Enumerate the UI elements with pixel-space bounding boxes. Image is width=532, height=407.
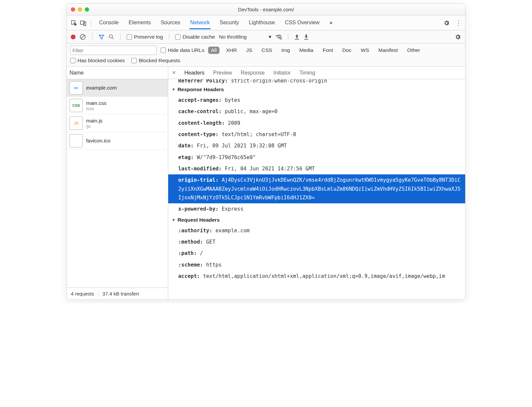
- has-blocked-cookies-label: Has blocked cookies: [77, 58, 125, 64]
- clear-icon[interactable]: [79, 34, 86, 40]
- divider: [91, 19, 91, 27]
- header-row[interactable]: content-type: text/html; charset=UTF-8: [168, 129, 465, 140]
- header-row[interactable]: x-powered-by: Express: [168, 203, 465, 215]
- header-key: :authority:: [178, 228, 215, 234]
- preserve-log-checkbox[interactable]: Preserve log: [127, 34, 163, 40]
- request-path: /js: [86, 124, 102, 129]
- subtab-response[interactable]: Response: [241, 70, 265, 76]
- detail-subtabs: × Headers Preview Response Initiator Tim…: [168, 67, 465, 79]
- header-row[interactable]: origin-trial: Aj4DysCv3VjknU3jJvkDEwnQZK…: [168, 174, 465, 203]
- tab-lighthouse[interactable]: Lighthouse: [248, 16, 276, 29]
- request-name: main.css: [86, 100, 106, 106]
- close-detail-icon[interactable]: ×: [172, 69, 176, 76]
- hide-data-urls-label: Hide data URLs: [168, 47, 204, 53]
- tab-network[interactable]: Network: [190, 16, 210, 29]
- header-row[interactable]: date: Fri, 09 Jul 2021 19:32:08 GMT: [168, 140, 465, 151]
- header-value: text/html; charset=UTF-8: [222, 131, 296, 137]
- download-har-icon[interactable]: [304, 34, 309, 40]
- header-row[interactable]: :path: /: [168, 248, 465, 259]
- section-title: Request Headers: [178, 217, 220, 223]
- tab-console[interactable]: Console: [98, 16, 119, 29]
- tab-elements[interactable]: Elements: [128, 16, 152, 29]
- header-value: Fri, 04 Jun 2021 14:27:56 GMT: [225, 166, 315, 172]
- request-list-pane: Name <> example.com CSS main.css/css JS …: [67, 67, 168, 300]
- device-toggle-icon[interactable]: [79, 20, 87, 26]
- column-header-name[interactable]: Name: [67, 67, 168, 79]
- tab-cssoverview[interactable]: CSS Overview: [284, 16, 320, 29]
- section-response-headers[interactable]: ▼ Response Headers: [168, 85, 465, 95]
- type-manifest[interactable]: Manifest: [376, 47, 401, 54]
- header-key: content-length:: [178, 120, 228, 126]
- filter-input[interactable]: [70, 46, 157, 55]
- search-icon[interactable]: [108, 34, 114, 40]
- inspect-icon[interactable]: [70, 20, 77, 26]
- type-media[interactable]: Media: [297, 47, 316, 54]
- hide-data-urls-checkbox[interactable]: Hide data URLs: [161, 47, 204, 53]
- header-value: GET: [206, 239, 215, 245]
- request-name: favicon.ico: [86, 138, 110, 144]
- section-title: Response Headers: [178, 87, 224, 93]
- header-key: accept:: [178, 273, 203, 279]
- panel-settings-icon[interactable]: [455, 34, 461, 40]
- type-img[interactable]: Img: [279, 47, 293, 54]
- record-button[interactable]: [71, 35, 75, 39]
- subtab-timing[interactable]: Timing: [299, 70, 315, 76]
- type-ws[interactable]: WS: [358, 47, 372, 54]
- type-all[interactable]: All: [208, 47, 219, 54]
- preserve-log-label: Preserve log: [134, 34, 163, 40]
- type-js[interactable]: JS: [243, 47, 255, 54]
- subtab-headers[interactable]: Headers: [185, 70, 204, 76]
- type-other[interactable]: Other: [405, 47, 423, 54]
- kebab-menu-icon[interactable]: ⋮: [455, 22, 462, 24]
- header-key: date:: [178, 143, 197, 149]
- status-bar: 4 requests 37.4 kB transferr: [67, 288, 168, 300]
- header-value: https: [206, 262, 222, 268]
- throttling-value: No throttling: [219, 34, 247, 40]
- request-count: 4 requests: [67, 291, 98, 297]
- throttling-select[interactable]: No throttling ▾: [219, 34, 271, 40]
- blocked-requests-checkbox[interactable]: Blocked Requests: [131, 58, 180, 64]
- upload-har-icon[interactable]: [294, 34, 300, 40]
- request-name: main.js: [86, 118, 102, 124]
- header-row[interactable]: cache-control: public, max-age=0: [168, 106, 465, 117]
- type-font[interactable]: Font: [320, 47, 335, 54]
- subtab-initiator[interactable]: Initiator: [273, 70, 291, 76]
- tab-sources[interactable]: Sources: [160, 16, 181, 29]
- header-row[interactable]: content-length: 2009: [168, 117, 465, 129]
- header-row[interactable]: etag: W/"7d9-179d76c65e0": [168, 152, 465, 163]
- tab-security[interactable]: Security: [219, 16, 240, 29]
- request-row-example[interactable]: <> example.com: [67, 79, 168, 97]
- main-tabs: Console Elements Sources Network Securit…: [98, 16, 441, 29]
- type-doc[interactable]: Doc: [339, 47, 354, 54]
- headers-body[interactable]: Referrer Policy: strict-origin-when-cros…: [168, 79, 465, 300]
- section-request-headers[interactable]: ▼ Request Headers: [168, 215, 465, 225]
- header-key: accept-ranges:: [178, 97, 225, 103]
- header-row[interactable]: last-modified: Fri, 04 Jun 2021 14:27:56…: [168, 163, 465, 174]
- disable-cache-checkbox[interactable]: Disable cache: [175, 34, 215, 40]
- header-row[interactable]: :scheme: https: [168, 259, 465, 271]
- subtab-preview[interactable]: Preview: [213, 70, 232, 76]
- header-row[interactable]: accept: text/html,application/xhtml+xml,…: [168, 271, 465, 282]
- network-conditions-icon[interactable]: [275, 34, 282, 40]
- header-value: public, max-age=0: [225, 108, 278, 114]
- has-blocked-cookies-checkbox[interactable]: Has blocked cookies: [70, 58, 125, 64]
- disclosure-triangle-icon: ▼: [172, 218, 176, 222]
- request-row-favicon[interactable]: favicon.ico: [67, 132, 168, 150]
- svg-line-4: [81, 35, 84, 39]
- header-row[interactable]: accept-ranges: bytes: [168, 95, 465, 106]
- request-row-maincss[interactable]: CSS main.css/css: [67, 97, 168, 114]
- header-value: 2009: [228, 120, 240, 126]
- request-row-mainjs[interactable]: JS main.js/js: [67, 114, 168, 132]
- header-row[interactable]: :method: GET: [168, 236, 465, 248]
- header-key: :scheme:: [178, 262, 206, 268]
- divider: [92, 33, 92, 41]
- header-value: text/html,application/xhtml+xml,applicat…: [203, 273, 445, 279]
- header-value: /: [200, 250, 203, 256]
- settings-icon[interactable]: [443, 20, 450, 26]
- type-xhr[interactable]: XHR: [223, 47, 240, 54]
- tabs-overflow-icon[interactable]: »: [329, 16, 333, 29]
- header-row[interactable]: :authority: example.com: [168, 225, 465, 236]
- filter-toggle-icon[interactable]: [98, 34, 104, 40]
- type-css[interactable]: CSS: [259, 47, 275, 54]
- main-split: Name <> example.com CSS main.css/css JS …: [67, 67, 465, 300]
